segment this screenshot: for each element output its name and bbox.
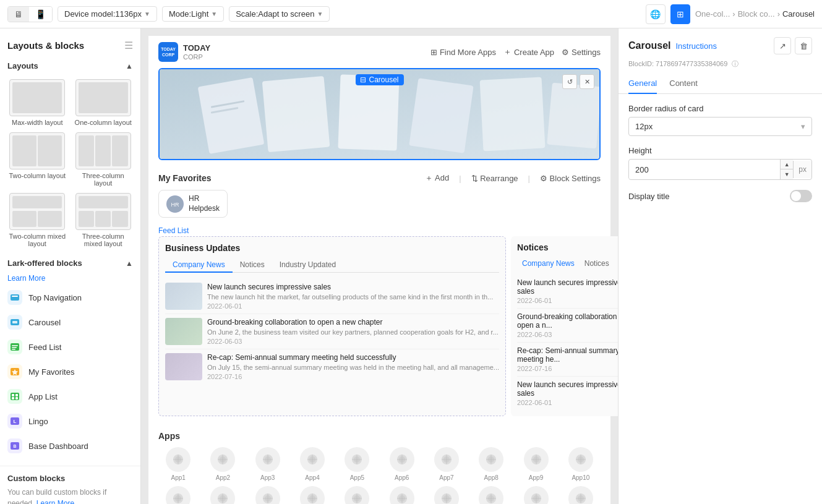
bu-tab-company-news[interactable]: Company News — [165, 258, 233, 273]
max-width-layout[interactable]: Max-width layout — [7, 79, 67, 126]
height-up-btn[interactable]: ▲ — [781, 160, 793, 169]
app-name-10: App10 — [572, 474, 589, 481]
block-settings-btn[interactable]: ⚙ Block Settings — [540, 174, 601, 183]
device-model-dropdown[interactable]: Device model:1136px ▼ — [58, 6, 157, 22]
news-desc-0: The new launch hit the market, far outse… — [207, 293, 499, 301]
height-down-btn[interactable]: ▼ — [781, 169, 793, 179]
one-column-layout[interactable]: One-column layout — [74, 79, 134, 126]
app-item-6[interactable]: App6 — [382, 447, 422, 481]
app-item-13[interactable]: App13 — [248, 486, 288, 504]
app-item-20[interactable]: App20 — [561, 486, 601, 504]
find-more-apps-btn[interactable]: ⊞ Find More Apps — [430, 48, 496, 57]
sidebar-item-base-dashboard[interactable]: B Base Dashboard — [0, 434, 140, 458]
three-column-layout[interactable]: Three-column layout — [74, 132, 134, 187]
three-column-mixed-layout[interactable]: Three-column mixed layout — [74, 193, 134, 247]
custom-blocks-section: Custom blocks You can build custom block… — [0, 466, 140, 504]
blocks-toggle-icon[interactable]: ▲ — [126, 259, 133, 268]
mobile-btn[interactable]: 📱 — [29, 7, 52, 22]
toggle-knob — [791, 191, 801, 201]
app-icon-10 — [568, 447, 593, 472]
carousel-refresh-btn[interactable]: ↺ — [562, 74, 577, 89]
app-item-11[interactable]: App11 — [158, 486, 198, 504]
height-input[interactable] — [629, 161, 780, 179]
layout-icon-btn[interactable]: ⊞ — [670, 4, 690, 24]
border-radius-select[interactable]: 12px ▾ — [628, 117, 812, 136]
app-item-1[interactable]: App1 — [158, 447, 198, 481]
carousel-block[interactable]: ⊟ Carousel ↺ ✕ — [158, 68, 601, 160]
sidebar-item-my-favorites[interactable]: My Favorites — [0, 359, 140, 384]
height-label: Height — [628, 146, 812, 155]
app-item-8[interactable]: App8 — [471, 447, 511, 481]
share-btn[interactable]: ↗ — [774, 37, 791, 54]
display-title-toggle[interactable] — [790, 190, 812, 202]
svg-rect-26 — [409, 78, 473, 153]
left-sidebar: Layouts & blocks ☰ Layouts ▲ Max-width l… — [0, 28, 141, 504]
breadcrumb-separator: › — [732, 9, 735, 19]
app-item-9[interactable]: App9 — [516, 447, 555, 481]
collapse-icon[interactable]: ☰ — [124, 40, 133, 51]
svg-text:CORP: CORP — [162, 53, 175, 57]
app-item-17[interactable]: App17 — [427, 486, 466, 504]
favorites-section: My Favorites ＋ Add | ⇅ Rearrange | ⚙ Blo… — [148, 165, 610, 225]
app-item-10[interactable]: App10 — [561, 447, 601, 481]
news-content-0: New launch secures impressive sales The … — [207, 283, 499, 310]
carousel-delete-btn[interactable]: ✕ — [580, 74, 594, 89]
sidebar-item-carousel[interactable]: Carousel — [0, 310, 140, 335]
app-name-8: App8 — [484, 474, 499, 481]
app-item-19[interactable]: App19 — [516, 486, 555, 504]
layouts-toggle-icon[interactable]: ▲ — [126, 62, 133, 70]
app-item-4[interactable]: App4 — [293, 447, 332, 481]
fav-card-hr[interactable]: HR HR Helpdesk — [158, 190, 228, 218]
sidebar-title: Layouts & blocks — [7, 40, 84, 51]
two-column-layout[interactable]: Two-column layout — [7, 132, 67, 187]
notice-item-date-0: 2022-06-01 — [517, 297, 618, 304]
news-desc-1: On June 2, the business team visited our… — [207, 328, 499, 336]
rp-tab-content[interactable]: Content — [669, 74, 698, 94]
app-item-15[interactable]: App15 — [337, 486, 377, 504]
chevron-down-icon: ▼ — [144, 11, 150, 17]
sidebar-item-lingo[interactable]: L Lingo — [0, 409, 140, 434]
app-item-2[interactable]: App2 — [203, 447, 242, 481]
app-item-14[interactable]: App14 — [293, 486, 332, 504]
sidebar-item-app-list[interactable]: App List — [0, 384, 140, 409]
notice-item-title-2: Re-cap: Semi-annual summary meeting he..… — [517, 346, 618, 364]
scale-dropdown[interactable]: Scale:Adapt to screen ▼ — [229, 6, 330, 22]
rp-tab-general[interactable]: General — [628, 74, 657, 94]
rearrange-btn[interactable]: ⇅ Rearrange — [471, 174, 518, 183]
custom-learn-more-link[interactable]: Learn More — [36, 499, 74, 504]
notice-tab-notices[interactable]: Notices — [580, 257, 614, 270]
select-chevron-icon: ▾ — [801, 122, 805, 131]
rp-instructions-link[interactable]: Instructions — [675, 41, 716, 51]
desktop-btn[interactable]: 🖥 — [8, 7, 29, 22]
settings-btn[interactable]: ⚙ Settings — [562, 48, 601, 57]
app-item-5[interactable]: App5 — [337, 447, 377, 481]
canvas-area[interactable]: TODAYCORP TODAY CORP ⊞ Find More Apps ＋ … — [141, 28, 618, 504]
delete-btn[interactable]: 🗑 — [795, 37, 812, 54]
custom-blocks-title: Custom blocks — [7, 474, 133, 483]
create-app-btn[interactable]: ＋ Create App — [503, 46, 554, 58]
svg-rect-24 — [262, 76, 330, 152]
app-item-18[interactable]: App18 — [471, 486, 511, 504]
mode-dropdown[interactable]: Mode:Light ▼ — [162, 6, 224, 22]
app-name-1: App1 — [171, 474, 185, 481]
sidebar-item-feed-list[interactable]: Feed List — [0, 335, 140, 359]
news-thumb-0 — [165, 283, 202, 310]
app-item-3[interactable]: App3 — [248, 447, 288, 481]
app-item-7[interactable]: App7 — [427, 447, 466, 481]
device-toggle[interactable]: 🖥 📱 — [7, 6, 53, 22]
app-item-16[interactable]: App16 — [382, 486, 422, 504]
two-column-mixed-layout[interactable]: Two-column mixed layout — [7, 193, 67, 247]
sidebar-item-top-navigation[interactable]: Top Navigation — [0, 285, 140, 310]
news-thumb-1 — [165, 318, 202, 345]
add-btn[interactable]: ＋ Add — [425, 173, 449, 184]
notice-tab-company[interactable]: Company News — [517, 257, 580, 270]
app-icon-5 — [345, 447, 369, 472]
app-item-12[interactable]: App12 — [203, 486, 242, 504]
app-icon-20 — [568, 486, 593, 504]
rp-form: Border radius of card 12px ▾ Height ▲ ▼ — [619, 94, 822, 212]
apps-section: Apps App1 App2 App3 App4 A — [148, 424, 610, 504]
bu-tab-industry[interactable]: Industry Updated — [272, 258, 343, 273]
bu-tab-notices[interactable]: Notices — [233, 258, 272, 273]
globe-icon-btn[interactable]: 🌐 — [646, 4, 666, 24]
learn-more-link[interactable]: Learn More — [0, 271, 140, 285]
